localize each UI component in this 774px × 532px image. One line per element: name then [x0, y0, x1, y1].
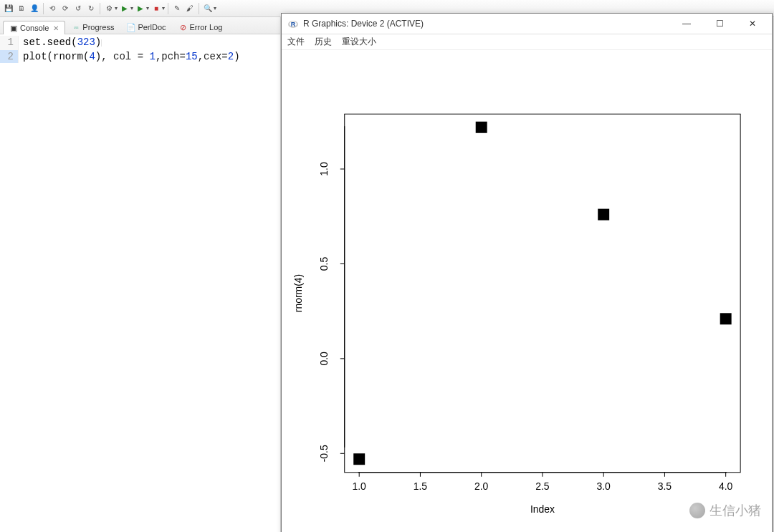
tab-progress[interactable]: ⎓ Progress [65, 20, 120, 34]
code-line: 2 plot(rnorm(4), col = 1,pch=15,cex=2) [0, 50, 280, 63]
watermark-text: 生信小猪 [710, 502, 761, 519]
svg-text:3.0: 3.0 [596, 480, 611, 492]
svg-text:4.0: 4.0 [719, 480, 733, 492]
svg-text:0.5: 0.5 [318, 257, 330, 271]
search-icon[interactable]: 🔍 [202, 3, 214, 14]
code-text: set.seed(323)⎸ [19, 36, 108, 50]
right-pane: R R Graphics: Device 2 (ACTIVE) ― ☐ ✕ 文件… [281, 17, 774, 532]
watermark-icon [689, 503, 705, 518]
run-script-icon[interactable]: ⟲ [47, 3, 58, 14]
close-button[interactable]: ✕ [736, 14, 769, 34]
svg-text:-0.5: -0.5 [318, 445, 330, 462]
main-area: ▣ Console ✕ ⎓ Progress 📄 PerlDoc ⊘ Error… [0, 17, 774, 532]
watermark: 生信小猪 [689, 502, 761, 519]
brush-icon[interactable]: 🖌 [184, 3, 196, 14]
data-point [720, 313, 732, 324]
save-icon[interactable]: 💾 [3, 3, 14, 14]
svg-text:1.0: 1.0 [353, 480, 367, 492]
data-point [353, 453, 365, 465]
svg-text:0.0: 0.0 [318, 352, 330, 366]
pencil-icon[interactable]: ✎ [171, 3, 183, 14]
code-line: 1 set.seed(323)⎸ [0, 36, 280, 50]
menu-resize[interactable]: 重设大小 [342, 36, 376, 48]
scatter-plot: 1.01.52.02.53.03.54.0 -0.50.00.51.0 Inde… [282, 50, 772, 532]
tab-strip: ▣ Console ✕ ⎓ Progress 📄 PerlDoc ⊘ Error… [0, 17, 280, 34]
data-point [476, 122, 487, 133]
progress-icon: ⎓ [72, 23, 80, 32]
r-graphics-window: R R Graphics: Device 2 (ACTIVE) ― ☐ ✕ 文件… [281, 13, 773, 532]
errorlog-icon: ⊘ [179, 23, 188, 32]
tab-label: Console [20, 24, 49, 32]
svg-text:1.0: 1.0 [318, 162, 330, 176]
code-text: plot(rnorm(4), col = 1,pch=15,cex=2) [19, 50, 240, 63]
svg-rect-3 [345, 114, 740, 473]
console-icon: ▣ [9, 24, 18, 32]
y-axis-label: rnorm(4) [292, 274, 304, 312]
tab-label: Error Log [190, 23, 223, 32]
dropdown-icon[interactable]: ▾ [162, 5, 165, 11]
stop-icon[interactable]: ■ [150, 3, 162, 14]
svg-text:3.5: 3.5 [658, 480, 672, 492]
tab-errorlog[interactable]: ⊘ Error Log [173, 20, 229, 34]
close-icon[interactable]: ✕ [53, 24, 59, 32]
svg-text:2.0: 2.0 [474, 480, 489, 492]
x-axis-label: Index [530, 503, 555, 515]
window-title: R Graphics: Device 2 (ACTIVE) [303, 19, 670, 29]
tab-label: Progress [82, 23, 114, 32]
r-icon: R [287, 18, 299, 29]
data-point [598, 209, 609, 221]
separator [199, 3, 199, 14]
plot-area: 1.01.52.02.53.03.54.0 -0.50.00.51.0 Inde… [282, 50, 772, 532]
svg-text:2.5: 2.5 [535, 480, 550, 492]
titlebar[interactable]: R R Graphics: Device 2 (ACTIVE) ― ☐ ✕ [282, 14, 772, 34]
maximize-button[interactable]: ☐ [703, 14, 736, 34]
tab-console[interactable]: ▣ Console ✕ [3, 21, 65, 34]
separator [168, 3, 168, 14]
avatar-icon[interactable]: 👤 [29, 3, 40, 14]
run-selection-icon[interactable]: ⟳ [59, 3, 71, 14]
line-number: 1 [0, 36, 19, 50]
gear-icon[interactable]: ⚙ [103, 3, 115, 14]
svg-text:1.5: 1.5 [414, 480, 428, 492]
tab-perldoc[interactable]: 📄 PerlDoc [120, 20, 172, 34]
editor-pane: ▣ Console ✕ ⎓ Progress 📄 PerlDoc ⊘ Error… [0, 17, 281, 532]
menu-history[interactable]: 历史 [315, 36, 332, 48]
minimize-button[interactable]: ― [670, 14, 703, 34]
separator [100, 3, 100, 14]
svg-text:R: R [291, 21, 296, 28]
code-editor[interactable]: 1 set.seed(323)⎸ 2 plot(rnorm(4), col = … [0, 34, 280, 532]
dropdown-icon[interactable]: ▾ [214, 5, 216, 11]
play-icon[interactable]: ▶ [119, 3, 130, 14]
tab-label: PerlDoc [138, 23, 166, 32]
line-number: 2 [0, 50, 19, 63]
perldoc-icon: 📄 [127, 23, 135, 32]
dropdown-icon[interactable]: ▾ [130, 5, 133, 11]
separator [43, 3, 44, 14]
menu-file[interactable]: 文件 [287, 36, 305, 48]
run-debug-icon[interactable]: ↻ [85, 3, 97, 14]
dropdown-icon[interactable]: ▾ [115, 5, 118, 11]
save-all-icon[interactable]: 🗎 [16, 3, 27, 14]
dropdown-icon[interactable]: ▾ [146, 5, 149, 11]
graphics-menu: 文件 历史 重设大小 [282, 34, 772, 50]
run-line-icon[interactable]: ↺ [72, 3, 84, 14]
play-red-icon[interactable]: ▶ [135, 3, 146, 14]
